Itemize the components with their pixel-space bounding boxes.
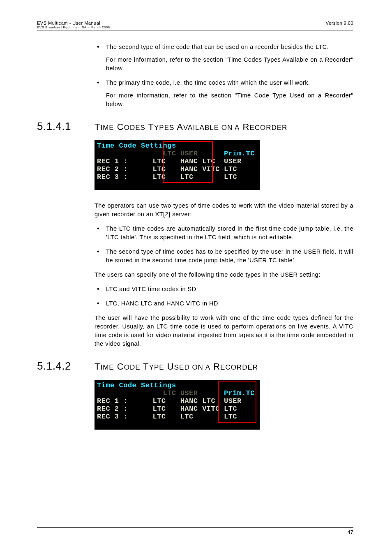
col-user-header: USER xyxy=(180,389,224,397)
row-prim: LTC xyxy=(224,165,259,173)
row-ltc: LTC xyxy=(152,157,180,165)
row-prim: LTC xyxy=(224,173,259,181)
list-item: The LTC time codes are automatically sto… xyxy=(95,224,353,242)
terminal-table: Time Code Settings LTC USER Prim.TC REC … xyxy=(97,382,259,421)
intro-bullet-list: The second type of time code that can be… xyxy=(95,43,353,109)
title-text: TIME CODES TYPES AVAILABLE ON A RECORDER xyxy=(95,122,287,132)
row-name: REC 3 : xyxy=(97,413,152,421)
figure-time-code-settings-1: Time Code Settings LTC USER Prim.TC REC … xyxy=(95,140,353,192)
row-name: REC 2 : xyxy=(97,165,152,173)
col-prim-header: Prim.TC xyxy=(224,150,259,157)
bullet-sub-text: For more information, refer to the secti… xyxy=(106,91,353,109)
intro-block: The second type of time code that can be… xyxy=(95,43,353,109)
terminal-title: Time Code Settings xyxy=(97,142,180,150)
row-name: REC 1 : xyxy=(97,397,152,405)
row-name: REC 3 : xyxy=(97,173,152,181)
row-ltc: LTC xyxy=(152,173,180,181)
row-prim: LTC xyxy=(224,413,259,421)
terminal-panel: Time Code Settings LTC USER Prim.TC REC … xyxy=(95,380,260,430)
terminal-table: Time Code Settings LTC USER Prim.TC REC … xyxy=(97,142,259,181)
bullet-main-text: The primary time code, i.e. the time cod… xyxy=(106,79,353,87)
header-subtitle: EVS Broadcast Equipment SA – March 2008 xyxy=(37,25,110,29)
paragraph: The operators can use two types of time … xyxy=(95,201,353,219)
section-number: 5.1.4.1 xyxy=(37,120,95,133)
row-prim: LTC xyxy=(224,405,259,413)
list-item: The second type of time code that can be… xyxy=(95,43,353,73)
row-prim: USER xyxy=(224,397,259,405)
list-item: The primary time code, i.e. the time cod… xyxy=(95,79,353,109)
section-title: TIME CODE TYPE USED ON A RECORDER xyxy=(95,361,258,372)
paragraph: The users can specify one of the followi… xyxy=(95,271,353,279)
paragraph: The user will have the possibility to wo… xyxy=(95,314,353,348)
row-ltc: LTC xyxy=(152,405,180,413)
bullet-list: LTC and VITC time codes in SD LTC, HANC … xyxy=(95,285,353,308)
list-item: The second type of time codes has to be … xyxy=(95,247,353,265)
list-item: LTC, HANC LTC and HANC VITC in HD xyxy=(95,299,353,308)
terminal-panel: Time Code Settings LTC USER Prim.TC REC … xyxy=(95,140,260,190)
row-ltc: LTC xyxy=(152,413,180,421)
bullet-list: The LTC time codes are automatically sto… xyxy=(95,224,353,265)
row-name: REC 2 : xyxy=(97,405,152,413)
col-user-header: USER xyxy=(180,150,224,157)
section-number: 5.1.4.2 xyxy=(37,360,95,372)
list-item: LTC and VITC time codes in SD xyxy=(95,285,353,294)
col-prim-header: Prim.TC xyxy=(224,389,259,397)
row-user: LTC xyxy=(180,173,224,181)
row-user: HANC VITC xyxy=(180,165,224,173)
title-text: TIME CODE TYPE USED ON A RECORDER xyxy=(95,361,258,372)
figure-time-code-settings-2: Time Code Settings LTC USER Prim.TC REC … xyxy=(95,380,353,431)
header-title: EVS Multicam - User Manual xyxy=(37,21,110,25)
row-ltc: LTC xyxy=(152,397,180,405)
header-version: Version 9.00 xyxy=(326,21,353,29)
bullet-main-text: The second type of time code that can be… xyxy=(106,43,353,51)
row-user: LTC xyxy=(180,413,224,421)
row-ltc: LTC xyxy=(152,165,180,173)
section-heading: 5.1.4.2 TIME CODE TYPE USED ON A RECORDE… xyxy=(37,360,353,372)
row-user: HANC VITC xyxy=(180,405,224,413)
section-heading: 5.1.4.1 TIME CODES TYPES AVAILABLE ON A … xyxy=(37,120,353,133)
page-header: EVS Multicam - User Manual EVS Broadcast… xyxy=(37,21,353,30)
section1-body: The operators can use two types of time … xyxy=(95,201,353,348)
col-ltc-header: LTC xyxy=(152,150,180,157)
terminal-title: Time Code Settings xyxy=(97,382,180,389)
row-user: HANC LTC xyxy=(180,157,224,165)
page-footer: 47 xyxy=(37,527,353,535)
section-title: TIME CODES TYPES AVAILABLE ON A RECORDER xyxy=(95,122,287,132)
row-prim: USER xyxy=(224,157,259,165)
page-number: 47 xyxy=(348,530,353,535)
header-left: EVS Multicam - User Manual EVS Broadcast… xyxy=(37,21,110,29)
col-ltc-header: LTC xyxy=(152,389,180,397)
row-name: REC 1 : xyxy=(97,157,152,165)
row-user: HANC LTC xyxy=(180,397,224,405)
bullet-sub-text: For more information, refer to the secti… xyxy=(106,56,353,73)
